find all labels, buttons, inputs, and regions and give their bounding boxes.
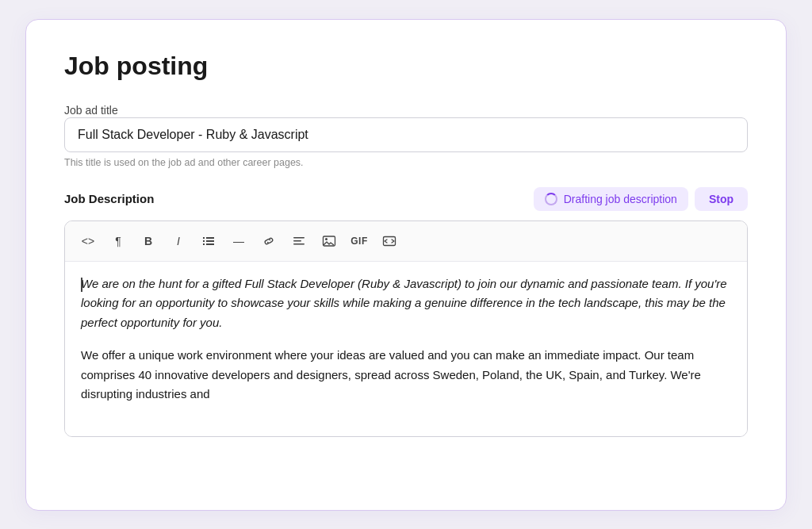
svg-rect-7 xyxy=(293,240,301,242)
job-description-label: Job Description xyxy=(64,192,154,205)
gif-icon[interactable]: GIF xyxy=(346,228,373,255)
job-title-hint: This title is used on the job ad and oth… xyxy=(64,157,748,168)
main-card: Job posting Job ad title This title is u… xyxy=(25,19,787,511)
editor-container: <> ¶ B I — xyxy=(64,220,748,437)
svg-point-10 xyxy=(325,238,327,240)
embed-icon[interactable] xyxy=(376,228,403,255)
align-icon[interactable] xyxy=(285,228,312,255)
svg-rect-0 xyxy=(203,237,205,239)
editor-paragraph-2: We offer a unique work environment where… xyxy=(81,346,731,404)
code-icon[interactable]: <> xyxy=(75,228,102,255)
editor-paragraph-1: We are on the hunt for a gifted Full Sta… xyxy=(81,274,731,333)
text-cursor xyxy=(81,278,82,292)
editor-toolbar: <> ¶ B I — xyxy=(65,221,747,262)
svg-rect-1 xyxy=(206,237,214,239)
svg-rect-3 xyxy=(206,240,214,242)
svg-rect-2 xyxy=(203,240,205,242)
svg-rect-6 xyxy=(293,237,304,239)
svg-rect-5 xyxy=(206,243,214,245)
spinner-icon xyxy=(545,193,557,205)
image-icon[interactable] xyxy=(316,228,343,255)
paragraph-icon[interactable]: ¶ xyxy=(105,228,132,255)
bold-icon[interactable]: B xyxy=(135,228,162,255)
drafting-badge: Drafting job description xyxy=(534,187,688,211)
job-title-label: Job ad title xyxy=(64,104,118,117)
list-icon[interactable] xyxy=(195,228,222,255)
stop-button[interactable]: Stop xyxy=(695,187,748,211)
svg-rect-4 xyxy=(203,243,205,245)
page-title: Job posting xyxy=(64,52,748,81)
italic-icon[interactable]: I xyxy=(165,228,192,255)
svg-rect-8 xyxy=(293,243,304,245)
job-description-header: Job Description Drafting job description… xyxy=(64,187,748,211)
editor-body[interactable]: We are on the hunt for a gifted Full Sta… xyxy=(65,262,747,436)
drafting-status-area: Drafting job description Stop xyxy=(534,187,748,211)
link-icon[interactable] xyxy=(255,228,282,255)
drafting-text: Drafting job description xyxy=(564,193,677,205)
job-title-input[interactable] xyxy=(64,117,748,152)
horizontal-rule-icon[interactable]: — xyxy=(225,228,252,255)
